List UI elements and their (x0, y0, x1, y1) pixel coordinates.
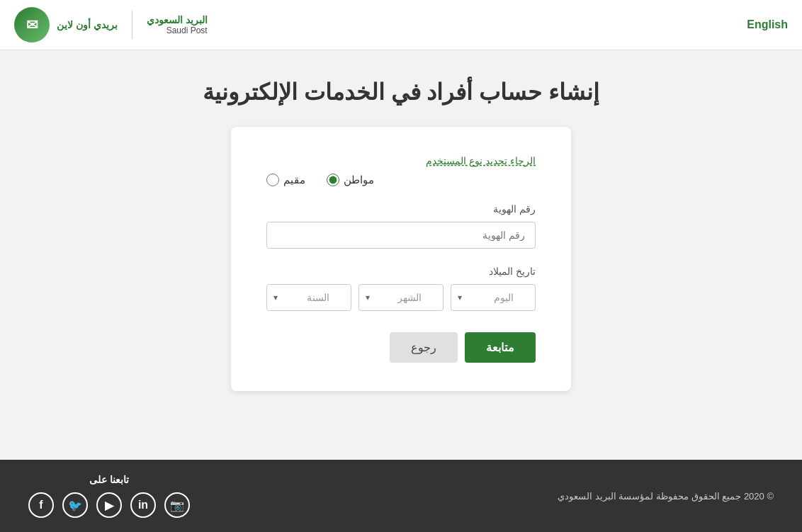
month-select[interactable]: الشهر (358, 284, 444, 311)
facebook-icon[interactable]: f (28, 492, 54, 518)
user-type-label: الرجاء تحديد نوع المستخدم (266, 155, 536, 166)
footer: © 2020 جميع الحقوق محفوظة لمؤسسة البريد … (0, 460, 802, 532)
year-select[interactable]: السنة (266, 284, 351, 311)
id-number-input[interactable] (266, 222, 536, 249)
follow-label: تابعنا على (89, 474, 129, 485)
option-resident[interactable]: مقيم (266, 174, 305, 186)
user-type-group: الرجاء تحديد نوع المستخدم مواطن مقيم (266, 155, 536, 186)
language-switch[interactable]: English (747, 18, 788, 31)
form-card: الرجاء تحديد نوع المستخدم مواطن مقيم رقم… (231, 127, 571, 391)
brand-english: Saudi Post (147, 26, 208, 35)
copyright-text: © 2020 جميع الحقوق محفوظة لمؤسسة البريد … (558, 491, 774, 502)
date-group: اليوم ▾ الشهر ▾ السنة ▾ (266, 284, 536, 311)
brand-icon: ✉ (14, 7, 50, 43)
portal-link[interactable]: بريدي أون لاين (57, 19, 118, 30)
birthdate-label: تاريخ الميلاد (266, 266, 536, 277)
social-section: تابعنا على 📷 in ▶ 🐦 f (28, 474, 190, 518)
continue-button[interactable]: متابعة (465, 332, 536, 363)
day-wrapper: اليوم ▾ (451, 284, 536, 311)
month-wrapper: الشهر ▾ (358, 284, 444, 311)
page-title: إنشاء حساب أفراد في الخدمات الإلكترونية (203, 79, 599, 106)
citizen-radio[interactable] (327, 174, 339, 186)
linkedin-icon[interactable]: in (130, 492, 156, 518)
header: English البريد السعودي Saudi Post بريدي … (0, 0, 802, 50)
day-select[interactable]: اليوم (451, 284, 536, 311)
back-button[interactable]: رجوع (390, 332, 458, 363)
resident-radio[interactable] (266, 174, 279, 186)
birthdate-group: تاريخ الميلاد اليوم ▾ الشهر ▾ السن (266, 266, 536, 311)
social-icons: 📷 in ▶ 🐦 f (28, 492, 190, 518)
brand-text: البريد السعودي Saudi Post (147, 14, 208, 35)
resident-label: مقيم (283, 174, 305, 186)
year-wrapper: السنة ▾ (266, 284, 351, 311)
main-content: إنشاء حساب أفراد في الخدمات الإلكترونية … (0, 50, 802, 460)
brand-arabic: البريد السعودي (147, 14, 208, 26)
header-divider (132, 11, 132, 39)
id-number-group: رقم الهوية (266, 203, 536, 249)
youtube-icon[interactable]: ▶ (96, 492, 122, 518)
twitter-icon[interactable]: 🐦 (62, 492, 88, 518)
radio-group: مواطن مقيم (266, 174, 536, 186)
button-group: متابعة رجوع (266, 332, 536, 363)
instagram-icon[interactable]: 📷 (164, 492, 190, 518)
id-number-label: رقم الهوية (266, 203, 536, 215)
brand-logo: البريد السعودي Saudi Post بريدي أون لاين… (14, 7, 208, 43)
option-citizen[interactable]: مواطن (327, 174, 374, 186)
citizen-label: مواطن (344, 174, 374, 186)
